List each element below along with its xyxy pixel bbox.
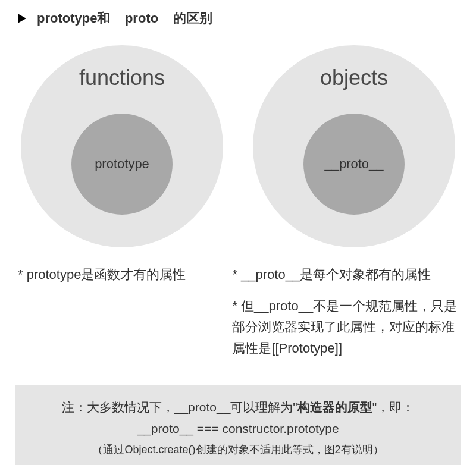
prototype-inner-circle: prototype	[71, 114, 173, 215]
caption-left: * prototype是函数才有的属性	[18, 264, 232, 369]
note-line1-bold: 构造器的原型	[298, 400, 372, 414]
triangle-icon	[18, 14, 26, 23]
page-title: prototype和__proto__的区别	[37, 10, 212, 27]
captions-row: * prototype是函数才有的属性 * __proto__是每个对象都有的属…	[0, 253, 476, 369]
objects-group: objects __proto__	[253, 45, 455, 247]
note-line3: （通过Object.create()创建的对象不适用此等式，图2有说明）	[26, 440, 450, 459]
proto-inner-circle: __proto__	[303, 114, 405, 215]
note-box: 注：大多数情况下，__proto__可以理解为"构造器的原型"，即： __pro…	[15, 385, 461, 465]
caption-right-1: * __proto__是每个对象都有的属性	[232, 264, 464, 285]
prototype-label: prototype	[95, 156, 149, 172]
objects-label: objects	[253, 65, 455, 90]
note-line1-post: "，即：	[372, 400, 414, 414]
note-line1: 注：大多数情况下，__proto__可以理解为"构造器的原型"，即：	[26, 397, 450, 418]
diagram-row: functions prototype objects __proto__	[0, 33, 476, 253]
header: prototype和__proto__的区别	[0, 0, 476, 33]
caption-right-2: * 但__proto__不是一个规范属性，只是部分浏览器实现了此属性，对应的标准…	[232, 296, 464, 359]
functions-label: functions	[21, 65, 223, 90]
caption-right: * __proto__是每个对象都有的属性 * 但__proto__不是一个规范…	[232, 264, 464, 369]
note-line2: __proto__ === constructor.prototype	[26, 417, 450, 440]
functions-group: functions prototype	[21, 45, 223, 247]
proto-label: __proto__	[324, 156, 383, 172]
note-line1-pre: 注：大多数情况下，__proto__可以理解为"	[62, 400, 298, 414]
